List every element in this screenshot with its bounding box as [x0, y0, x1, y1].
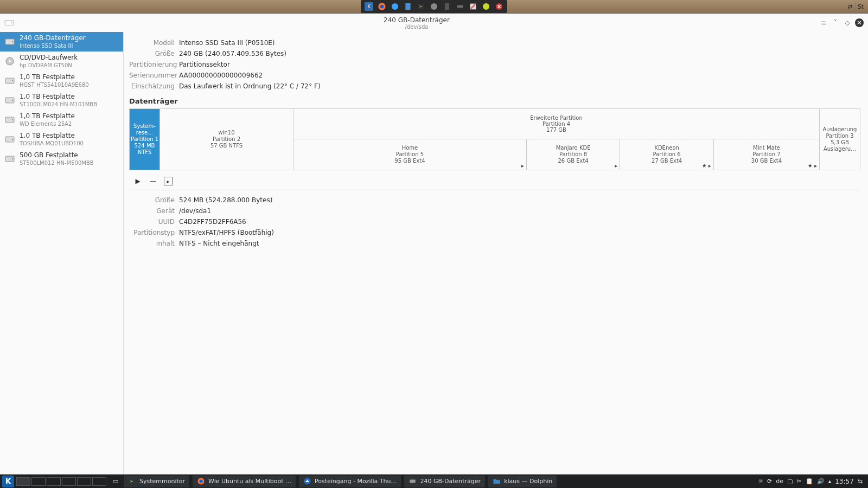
hdd-icon: [4, 114, 15, 125]
taskbar-app-4[interactable]: klaus — Dolphin: [488, 476, 557, 487]
editor-icon[interactable]: [467, 1, 479, 12]
info-label: Größe: [129, 50, 179, 57]
svg-point-34: [200, 480, 203, 483]
top-desktop-panel: K > ⇄ St: [0, 0, 868, 14]
device-model: TOSHIBA MQ01UBD100: [20, 140, 119, 147]
calculator-icon[interactable]: [441, 1, 453, 12]
maximize-button[interactable]: ◇: [843, 18, 852, 27]
taskbar-app-2[interactable]: Posteingang - Mozilla Thu…: [299, 476, 401, 487]
sidebar-device-2[interactable]: 1,0 TB FestplatteHGST HTS541010A9E680: [0, 71, 123, 91]
info-value: Das Laufwerk ist in Ordnung (22° C / 72°…: [179, 82, 321, 90]
taskbar-app-1[interactable]: Wie Ubuntu als Multiboot …: [193, 476, 296, 487]
device-name: 1,0 TB Festplatte: [20, 132, 119, 140]
kde-launcher[interactable]: K: [2, 476, 14, 487]
scissors-icon[interactable]: ✂: [796, 478, 801, 485]
window-subtitle: /dev/sda: [14, 24, 819, 30]
svg-rect-36: [410, 480, 416, 483]
drive-icon[interactable]: [4, 18, 14, 28]
display-icon[interactable]: ▢: [787, 478, 793, 485]
partition-map[interactable]: System-rese… Partition 1 524 MB NTFS win…: [129, 108, 860, 170]
disks-window: 240 GB-Datenträger /dev/sda ≡ ˅ ◇ ✕ 240 …: [0, 14, 868, 474]
sidebar-device-0[interactable]: 240 GB-DatenträgerIntenso SSD Sata III: [0, 32, 123, 52]
device-model: WD Elements 25A2: [20, 120, 119, 127]
info-value: Partitionssektor: [179, 61, 230, 68]
extended-partition[interactable]: Erweiterte Partition Partition 4 177 GB …: [293, 109, 820, 170]
keyboard-layout-indicator[interactable]: de: [776, 478, 783, 485]
device-name: 500 GB Festplatte: [20, 151, 119, 159]
sidebar-device-3[interactable]: 1,0 TB FestplatteST1000LM024 HN-M101MBB: [0, 91, 123, 110]
partition-3[interactable]: Auslagerung Partition 3 5,3 GB Auslageru…: [820, 109, 860, 170]
terminal-icon[interactable]: >: [415, 1, 427, 12]
panel-settings-icon[interactable]: ⇆: [858, 478, 863, 485]
svg-text:>: >: [419, 4, 423, 9]
bottom-taskbar: K ▭ >SystemmonitorWie Ubuntu als Multibo…: [0, 474, 868, 488]
kde-menu-icon[interactable]: K: [363, 1, 375, 12]
taskbar-app-0[interactable]: >Systemmonitor: [124, 476, 189, 487]
volumes-heading: Datenträger: [129, 97, 860, 105]
close-button[interactable]: ✕: [855, 18, 864, 27]
taskbar-app-label: Wie Ubuntu als Multiboot …: [208, 478, 291, 485]
folder-icon: [493, 477, 501, 485]
sidebar-device-5[interactable]: 1,0 TB FestplatteTOSHIBA MQ01UBD100: [0, 130, 123, 149]
device-name: 1,0 TB Festplatte: [20, 73, 119, 81]
partition-1[interactable]: System-rese… Partition 1 524 MB NTFS: [130, 109, 160, 170]
partition-toolbar: ▶ — ▸: [129, 176, 860, 190]
taskbar-app-label: Posteingang - Mozilla Thu…: [315, 478, 397, 485]
notes-icon[interactable]: [402, 1, 414, 12]
mount-play-button[interactable]: ▶: [133, 177, 142, 185]
info-label: Einschätzung: [129, 82, 179, 90]
clipboard-icon[interactable]: 📋: [806, 478, 813, 485]
detail-value: C4D2FF75D2FF6A56: [179, 218, 246, 226]
sidebar-device-4[interactable]: 1,0 TB FestplatteWD Elements 25A2: [0, 110, 123, 130]
chat-icon[interactable]: [389, 1, 401, 12]
partition-detail: Größe524 MB (524.288.000 Bytes)Gerät/dev…: [129, 190, 860, 249]
device-name: 1,0 TB Festplatte: [20, 93, 119, 101]
hamburger-menu-icon[interactable]: ≡: [819, 18, 828, 27]
top-tray: K >: [361, 0, 507, 13]
info-label: Seriennummer: [129, 72, 179, 79]
partition-8[interactable]: Manjaro KDE Partition 8 26 GB Ext4 ▸: [527, 139, 621, 170]
svg-text:K: K: [5, 477, 11, 485]
svg-point-3: [380, 5, 384, 9]
thunderbird-icon: [303, 477, 311, 485]
sidebar-device-1[interactable]: CD/DVD-Laufwerkhp DVDRAM GT50N: [0, 52, 123, 71]
globe-icon[interactable]: [428, 1, 440, 12]
device-model: ST500LM012 HN-M500MBB: [20, 159, 119, 166]
updates-icon[interactable]: ⟳: [767, 478, 772, 485]
svg-point-4: [392, 3, 398, 10]
sidebar-device-6[interactable]: 500 GB FestplatteST500LM012 HN-M500MBB: [0, 149, 123, 169]
svg-point-12: [483, 3, 489, 10]
more-actions-button[interactable]: ▸: [164, 177, 173, 185]
firefox-icon: [197, 477, 205, 485]
partition-2[interactable]: win10 Partition 2 57 GB NTFS: [160, 109, 293, 170]
controller-icon[interactable]: [454, 1, 466, 12]
svg-point-21: [12, 80, 13, 81]
top-panel-right: ⇄ St: [847, 2, 867, 11]
hdd-icon: [4, 75, 15, 86]
delete-button[interactable]: —: [149, 177, 157, 185]
close-icon[interactable]: [493, 1, 505, 12]
detail-label: Partitionstyp: [129, 229, 179, 236]
partition-6[interactable]: KDEneon Partition 6 27 GB Ext4 ★ ▸: [620, 139, 714, 170]
firefox-icon[interactable]: [376, 1, 388, 12]
device-model: Intenso SSD Sata III: [20, 42, 119, 49]
volume-icon[interactable]: 🔊: [817, 478, 825, 485]
virtual-desktops[interactable]: [16, 477, 106, 486]
detail-label: UUID: [129, 218, 179, 226]
show-desktop-icon[interactable]: ▭: [111, 478, 120, 485]
taskbar-app-label: 240 GB-Datenträger: [420, 478, 481, 485]
device-name: CD/DVD-Laufwerk: [20, 54, 119, 62]
device-model: ST1000LM024 HN-M101MBB: [20, 101, 119, 108]
brightness-icon[interactable]: ☼: [758, 478, 763, 485]
device-name: 1,0 TB Festplatte: [20, 112, 119, 120]
partition-5[interactable]: Home Partition 5 95 GB Ext4 ▸: [293, 139, 527, 170]
detail-label: Inhalt: [129, 240, 179, 247]
window-titlebar: 240 GB-Datenträger /dev/sda ≡ ˅ ◇ ✕: [0, 14, 868, 32]
minimize-button[interactable]: ˅: [831, 18, 840, 27]
taskbar-app-3[interactable]: 240 GB-Datenträger: [404, 476, 485, 487]
paint-icon[interactable]: [480, 1, 492, 12]
partition-7[interactable]: Mint Mate Partition 7 30 GB Ext4 ★ ▸: [714, 139, 819, 170]
settings-sliders-icon[interactable]: ⇄: [847, 3, 852, 10]
clock[interactable]: 13:57: [835, 478, 854, 485]
expand-tray-icon[interactable]: ▴: [828, 478, 832, 485]
